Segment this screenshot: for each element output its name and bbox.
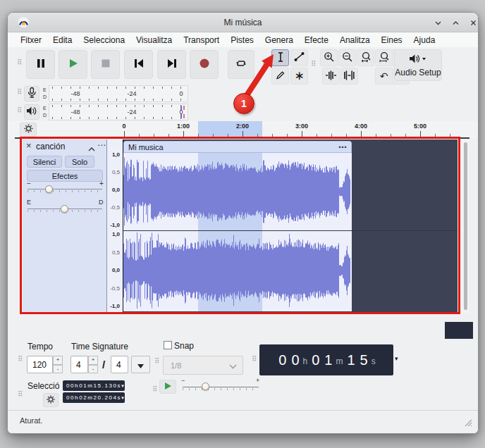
loop-button[interactable] [228,50,254,79]
channel-split-line [123,230,458,231]
menu-visualitza[interactable]: Visualitza [130,33,178,47]
record-meter-left-label: E [43,87,47,92]
track-close-icon[interactable]: × [26,142,32,150]
clip-header[interactable]: Mi musica ⋯ [123,141,352,153]
track-name[interactable]: canción [36,142,65,151]
skip-end-icon [166,58,178,72]
draw-tool-button[interactable] [271,68,289,85]
play-at-speed-grip[interactable]: ⠿ [152,386,157,393]
menu-efecte[interactable]: Efecte [299,33,334,47]
menu-genera[interactable]: Genera [259,33,299,47]
trim-audio-button[interactable] [322,68,340,85]
record-meter-button[interactable] [24,86,39,101]
track-collapse-icon[interactable] [88,142,95,155]
record-meter[interactable]: -48 -24 0 [49,85,188,102]
menu-edita[interactable]: Edita [47,33,78,47]
skip-to-start-button[interactable] [124,50,153,79]
multi-tool-button[interactable]: ∗ [290,68,308,85]
vertical-scrollbar[interactable] [462,139,469,313]
tempo-spin-up: + [53,356,63,365]
ruler-label-4: 4:00 [347,123,375,130]
pause-button[interactable] [26,50,55,79]
play-at-speed-button[interactable] [159,380,176,394]
fit-selection-button[interactable] [357,49,374,66]
menu-pistes[interactable]: Pistes [225,33,259,47]
ruler-label-3: 3:00 [288,123,316,130]
envelope-tool-button[interactable] [290,49,308,66]
track-menu-icon[interactable]: ⋯ [97,140,106,150]
envelope-icon [294,51,305,64]
selection-toolbar-grip[interactable]: ⠿ [18,391,23,398]
desktop-background: Mi música Fitxer Edita Selecciona Visual… [0,0,485,448]
vertical-scrollbar-thumb[interactable] [464,142,467,310]
speed-slider-thumb[interactable] [202,382,209,390]
effects-button[interactable]: Efectes [27,170,103,182]
waveform-ch1 [124,158,350,226]
selection-options-button[interactable] [43,393,59,407]
audio-setup-button[interactable]: Audio Setup [394,49,442,81]
undo-button[interactable]: ↶ [375,68,393,85]
snap-dropdown[interactable]: 1/8 [163,356,243,375]
minimize-button[interactable] [432,17,443,28]
stop-button[interactable] [91,50,120,79]
playback-meter-grip[interactable]: ⠿ [17,107,22,114]
timeline-ruler[interactable]: 0 1:00 2:00 3:00 4:00 5:00 [8,121,478,139]
maximize-button[interactable] [450,17,461,28]
play-icon [68,58,79,72]
clip-menu-icon[interactable]: ⋯ [338,142,351,152]
time-signature-spinner[interactable]: +- [88,356,98,373]
record-meter-tick-24: -24 [127,90,136,97]
menu-ajuda[interactable]: Ajuda [408,33,441,47]
mute-button[interactable]: Silenci [27,156,62,168]
time-format-caret-icon[interactable]: ▾ [395,355,398,362]
record-meter-grip[interactable]: ⠿ [17,89,22,96]
solo-button[interactable]: Solo [65,156,94,168]
time-toolbar-grip[interactable]: ⠿ [252,356,257,363]
close-button[interactable] [467,17,479,28]
snap-toolbar-grip[interactable]: ⠿ [154,358,159,365]
record-meter-ticks-top [52,87,185,89]
zoom-out-button[interactable] [338,49,356,66]
pause-icon [35,58,47,72]
fit-project-button[interactable] [375,49,393,66]
playback-meter-ticks-top [52,105,185,107]
titlebar[interactable]: Mi música [8,13,478,32]
selection-start-field[interactable]: 00h01m15.130s▾ [63,380,125,391]
gain-slider-thumb[interactable] [45,185,53,193]
waveform-display[interactable] [123,153,352,311]
playback-meter-button[interactable] [24,104,39,120]
tempo-spinner[interactable]: +- [53,356,63,373]
menu-fitxer[interactable]: Fitxer [15,33,47,47]
playback-meter-tick-24: -24 [127,108,136,116]
time-signature-upper-input[interactable]: 4 [70,356,88,373]
record-button[interactable] [190,50,219,79]
menu-selecciona[interactable]: Selecciona [78,33,130,47]
timeline-options-button[interactable] [20,123,37,137]
playback-meter[interactable]: -48 -24 0 [49,104,188,120]
caret-down-icon [137,359,144,371]
skip-to-end-button[interactable] [157,50,186,79]
silence-audio-button[interactable] [340,68,358,85]
audacity-window: Mi música Fitxer Edita Selecciona Visual… [7,12,479,434]
transport-toolbar-grip[interactable]: ⠿ [17,59,22,66]
tempo-input[interactable]: 120 [27,356,53,373]
audio-position-display[interactable]: 00h 01m 15s [259,344,393,375]
play-button[interactable] [59,50,87,79]
snap-checkbox[interactable] [164,341,172,349]
edit-toolbar-grip[interactable]: ⠿ [311,61,316,68]
menu-analitza[interactable]: Analitza [334,33,376,47]
tools-toolbar-grip[interactable]: ⠿ [262,61,267,68]
time-signature-toolbar-grip[interactable]: ⠿ [18,356,23,363]
resize-grip-icon[interactable] [462,417,472,430]
selection-tool-button[interactable] [271,49,289,66]
pan-slider-thumb[interactable] [61,205,68,213]
menu-transport[interactable]: Transport [178,33,225,47]
menu-eines[interactable]: Eines [376,33,408,47]
playback-peak-indicator-red-top [183,106,185,110]
time-signature-lower-input[interactable]: 4 [111,356,128,373]
time-signature-dropdown-button[interactable] [131,356,150,373]
zoom-in-button[interactable] [320,49,338,66]
selection-end-field[interactable]: 00h02m20.204s▾ [63,392,125,403]
speed-min-label: − [181,377,185,384]
gain-slider-track [27,189,102,189]
